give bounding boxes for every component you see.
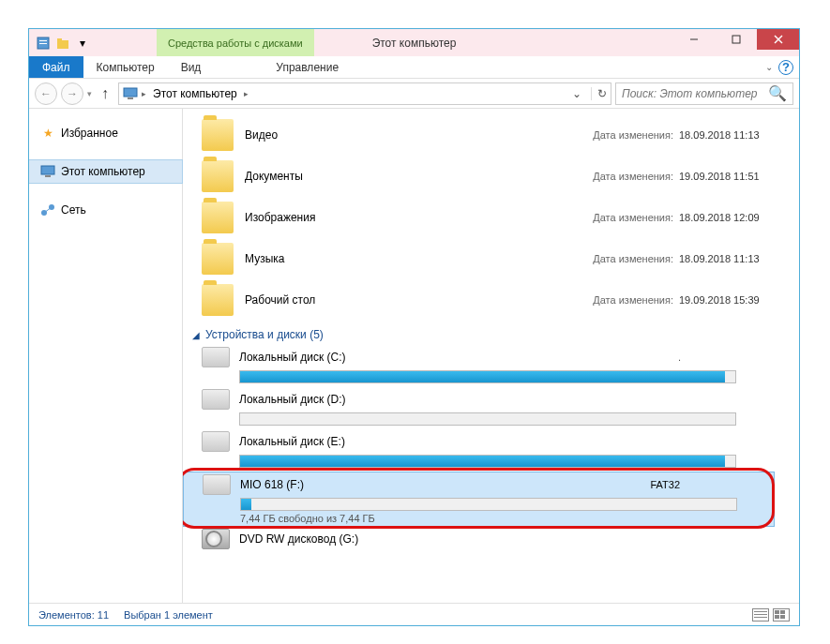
folder-meta-value: 19.09.2018 11:51 [679, 171, 782, 182]
folder-icon [202, 160, 234, 192]
folder-name: Изображения [245, 211, 526, 224]
drive-icon [202, 347, 230, 367]
dvd-drive-icon [202, 529, 230, 549]
ribbon-context-tab[interactable]: Средства работы с дисками [157, 29, 314, 56]
folder-icon [202, 284, 234, 316]
ribbon-expand-icon[interactable]: ⌄ [765, 62, 773, 72]
svg-rect-3 [57, 40, 68, 49]
content-pane[interactable]: Видео Дата изменения: 18.09.2018 11:13 Д… [183, 109, 799, 603]
status-selection: Выбран 1 элемент [124, 609, 213, 621]
sidebar: ★ Избранное Этот компьютер Сеть [29, 109, 183, 603]
folder-row[interactable]: Изображения Дата изменения: 18.09.2018 1… [183, 197, 782, 238]
drive-name: Локальный диск (E:) [239, 435, 345, 448]
statusbar: Элементов: 11 Выбран 1 элемент [29, 603, 799, 625]
explorer-window: ▾ Средства работы с дисками Этот компьют… [28, 28, 800, 626]
properties-icon[interactable] [35, 35, 52, 52]
chevron-right-icon[interactable]: ▸ [244, 89, 249, 98]
drive-name: Локальный диск (C:) [239, 351, 346, 364]
svg-line-15 [44, 207, 52, 213]
drive-capacity-fill [241, 499, 251, 510]
svg-rect-4 [57, 38, 62, 41]
titlebar[interactable]: ▾ Средства работы с дисками Этот компьют… [29, 29, 799, 56]
sidebar-item-favorites[interactable]: ★ Избранное [29, 122, 182, 144]
folder-name: Рабочий стол [245, 293, 526, 307]
view-details-icon[interactable] [752, 608, 769, 622]
folder-row[interactable]: Рабочий стол Дата изменения: 19.09.2018 … [183, 279, 782, 321]
group-label: Устройства и диски (5) [205, 328, 324, 341]
network-icon [40, 202, 55, 217]
svg-rect-6 [732, 36, 740, 43]
window-title: Этот компьютер [372, 37, 457, 50]
drive-name: MIO 618 (F:) [240, 478, 304, 491]
status-item-count: Элементов: 11 [38, 609, 109, 621]
up-button[interactable]: ↑ [96, 84, 114, 103]
help-icon[interactable]: ? [778, 60, 793, 75]
folder-name: Документы [245, 170, 526, 183]
address-bar[interactable]: ▸ Этот компьютер ▸ ⌄ ↻ [118, 82, 611, 105]
folder-name: Видео [245, 128, 526, 142]
drive-capacity-fill [240, 371, 725, 382]
folder-row[interactable]: Видео Дата изменения: 18.09.2018 11:13 [183, 114, 782, 156]
svg-rect-2 [39, 43, 47, 44]
caret-down-icon[interactable]: ◢ [192, 330, 200, 340]
drive-icon [203, 474, 231, 495]
view-tiles-icon[interactable] [773, 608, 790, 622]
drive-row[interactable]: DVD RW дисковод (G:) [183, 527, 775, 551]
folder-row[interactable]: Документы Дата изменения: 19.09.2018 11:… [183, 156, 782, 197]
breadcrumb-this-pc[interactable]: Этот компьютер [150, 87, 240, 100]
computer-menu[interactable]: Компьютер [83, 56, 168, 78]
addr-dropdown-icon[interactable]: ⌄ [572, 87, 581, 100]
sidebar-item-network[interactable]: Сеть [29, 199, 182, 221]
view-menu[interactable]: Вид [168, 56, 215, 78]
drive-row[interactable]: Локальный диск (C:) . [183, 345, 775, 387]
svg-rect-10 [128, 97, 133, 99]
minimize-button[interactable] [672, 29, 715, 50]
pc-icon [40, 164, 55, 179]
drive-capacity-fill [240, 456, 725, 467]
back-button[interactable]: ← [35, 82, 57, 105]
drive-row[interactable]: MIO 618 (F:) FAT32 7,44 ГБ свободно из 7… [183, 472, 775, 527]
drive-dot: . [678, 352, 681, 363]
qat-dropdown-icon[interactable]: ▾ [74, 35, 91, 52]
sidebar-item-this-pc[interactable]: Этот компьютер [29, 159, 183, 184]
drive-capacity-bar [240, 498, 737, 511]
drive-filesystem: FAT32 [650, 479, 680, 490]
menubar: Файл Компьютер Вид Управление ⌄ ? [29, 56, 799, 79]
history-dropdown-icon[interactable]: ▾ [87, 89, 92, 98]
file-menu[interactable]: Файл [29, 56, 83, 78]
folder-meta-value: 18.09.2018 12:09 [679, 212, 782, 223]
folder-meta-value: 19.09.2018 15:39 [679, 294, 782, 306]
search-input[interactable] [622, 87, 768, 100]
svg-rect-1 [39, 40, 47, 41]
refresh-icon[interactable]: ↻ [591, 87, 607, 100]
new-folder-icon[interactable] [54, 35, 71, 52]
body: ★ Избранное Этот компьютер Сеть Видео Да… [29, 109, 799, 603]
drive-capacity-bar [239, 370, 736, 383]
folder-row[interactable]: Музыка Дата изменения: 18.09.2018 11:13 [183, 238, 782, 279]
drive-capacity-bar [239, 412, 736, 426]
folder-icon [202, 243, 234, 275]
drive-icon [202, 389, 230, 410]
group-header-devices[interactable]: ◢ Устройства и диски (5) [192, 328, 782, 341]
forward-button[interactable]: → [61, 82, 83, 105]
window-controls [672, 29, 799, 50]
drive-row[interactable]: Локальный диск (E:) [183, 429, 775, 472]
search-box[interactable]: 🔍 [615, 82, 793, 105]
drive-name: DVD RW дисковод (G:) [239, 532, 358, 546]
folder-icon [202, 202, 234, 233]
chevron-right-icon[interactable]: ▸ [142, 89, 146, 98]
drive-free-text: 7,44 ГБ свободно из 7,44 ГБ [240, 513, 774, 524]
pc-icon [123, 86, 138, 101]
drive-row[interactable]: Локальный диск (D:) [183, 387, 775, 429]
drive-capacity-bar [239, 455, 736, 468]
folder-icon [202, 119, 234, 151]
quick-access-toolbar: ▾ [35, 35, 91, 52]
close-button[interactable] [757, 29, 799, 50]
drive-icon [202, 431, 230, 452]
manage-tab[interactable]: Управление [253, 56, 361, 78]
search-icon[interactable]: 🔍 [768, 84, 787, 102]
svg-rect-12 [45, 175, 51, 177]
sidebar-label: Этот компьютер [61, 165, 145, 178]
maximize-button[interactable] [715, 29, 757, 50]
sidebar-label: Избранное [61, 127, 118, 140]
